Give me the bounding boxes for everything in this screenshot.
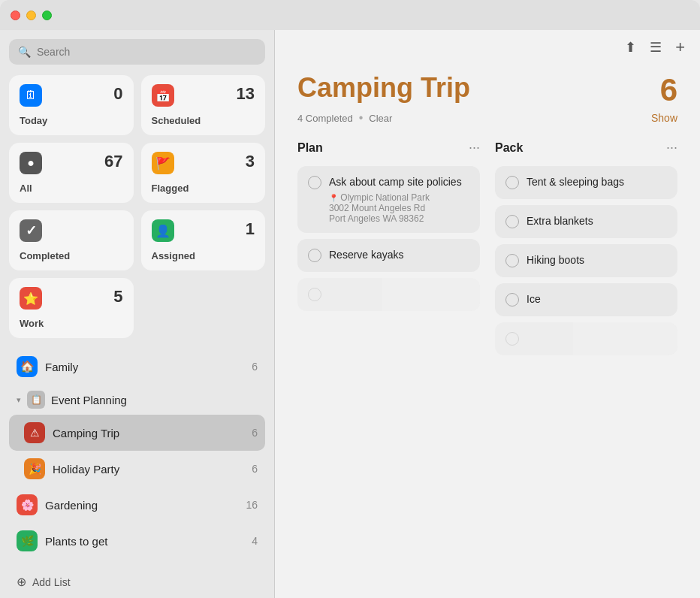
content-body: Camping Trip 6 4 Completed • Clear Show …: [275, 65, 700, 598]
main-content: ⬆ ☰ + Camping Trip 6 4 Completed • Clear…: [274, 30, 700, 598]
plan-column-title: Plan: [297, 141, 323, 155]
plants-to-get-name: Plants to get: [45, 535, 244, 548]
app-container: 🔍 🗓 0 Today 📅 13 Scheduled: [0, 30, 700, 598]
pack-more-icon[interactable]: ···: [666, 140, 677, 156]
scheduled-icon: 📅: [152, 84, 174, 107]
camping-trip-count: 6: [252, 427, 258, 439]
close-button[interactable]: [11, 11, 20, 20]
task-card-ask-campsite[interactable]: Ask about camp site policies 📍 Olympic N…: [297, 166, 480, 233]
sidebar-item-family[interactable]: 🏠 Family 6: [9, 349, 265, 385]
smart-card-work[interactable]: ⭐ 5 Work: [9, 278, 134, 338]
task-radio-6[interactable]: [505, 254, 519, 267]
sidebar: 🔍 🗓 0 Today 📅 13 Scheduled: [0, 30, 274, 598]
content-toolbar: ⬆ ☰ +: [275, 30, 700, 65]
task-radio-1[interactable]: [308, 176, 321, 189]
plants-icon: 🌿: [17, 530, 38, 551]
smart-card-scheduled[interactable]: 📅 13 Scheduled: [141, 75, 266, 135]
completed-icon: ✓: [20, 219, 42, 242]
flagged-label: Flagged: [152, 183, 255, 194]
smart-card-today[interactable]: 🗓 0 Today: [9, 75, 134, 135]
assigned-count: 1: [246, 219, 255, 239]
completed-label: Completed: [20, 250, 123, 261]
completed-row: 4 Completed • Clear Show: [297, 111, 677, 125]
columns-row: Plan ··· Ask about camp site policies 📍 …: [297, 140, 677, 355]
sidebar-item-plants-to-get[interactable]: 🌿 Plants to get 4: [9, 523, 265, 559]
flagged-count: 3: [246, 152, 255, 171]
location-icon: 📍: [329, 194, 338, 202]
family-icon: 🏠: [17, 356, 38, 377]
my-lists: 🏠 Family 6 ▾ 📋 Event Planning ⚠ Camping …: [9, 349, 265, 566]
today-icon: 🗓: [20, 84, 42, 107]
today-count: 0: [113, 84, 122, 104]
add-list-label: Add List: [32, 576, 71, 588]
pack-column-title: Pack: [495, 141, 523, 155]
smart-card-all[interactable]: ● 67 All: [9, 143, 134, 203]
plan-column: Plan ··· Ask about camp site policies 📍 …: [297, 140, 480, 355]
work-count: 5: [113, 287, 122, 307]
search-bar[interactable]: 🔍: [9, 39, 265, 65]
smart-lists-grid: 🗓 0 Today 📅 13 Scheduled ● 67 All: [9, 75, 265, 338]
holiday-party-count: 6: [252, 463, 258, 475]
all-count: 67: [104, 152, 122, 171]
scheduled-label: Scheduled: [152, 115, 255, 126]
holiday-party-icon: 🎉: [24, 458, 45, 479]
event-planning-name: Event Planning: [51, 394, 127, 406]
list-total-count: 6: [660, 72, 677, 108]
task-card-extra-blankets[interactable]: Extra blankets: [495, 205, 677, 238]
event-planning-icon: 📋: [27, 391, 45, 409]
camping-trip-name: Camping Trip: [53, 427, 244, 439]
holiday-party-name: Holiday Party: [53, 463, 244, 476]
add-list-button[interactable]: ⊕ Add List: [9, 566, 265, 598]
gardening-name: Gardening: [45, 499, 238, 512]
work-label: Work: [20, 318, 123, 329]
gardening-count: 16: [246, 499, 258, 511]
task-card-tent[interactable]: Tent & sleeping bags: [495, 166, 677, 199]
task-card-ice[interactable]: Ice: [495, 283, 677, 316]
task-radio-8[interactable]: [505, 332, 519, 346]
add-task-icon[interactable]: +: [675, 38, 685, 57]
share-icon[interactable]: ⬆: [625, 39, 636, 56]
task-text-2: Reserve kayaks: [329, 248, 404, 263]
task-radio-5[interactable]: [505, 215, 519, 228]
smart-card-assigned[interactable]: 👤 1 Assigned: [141, 210, 266, 270]
task-card-empty-plan[interactable]: [297, 278, 480, 311]
minimize-button[interactable]: [26, 11, 36, 20]
sidebar-item-event-planning[interactable]: ▾ 📋 Event Planning: [9, 385, 265, 415]
assigned-icon: 👤: [152, 219, 174, 242]
task-radio-4[interactable]: [505, 176, 519, 189]
task-radio-3[interactable]: [308, 288, 321, 301]
all-label: All: [20, 183, 123, 194]
dot-separator: •: [359, 111, 364, 125]
smart-card-completed[interactable]: ✓ Completed: [9, 210, 134, 270]
task-radio-7[interactable]: [505, 293, 519, 307]
search-input[interactable]: [37, 46, 256, 58]
pack-column-header: Pack ···: [495, 140, 677, 156]
task-radio-2[interactable]: [308, 249, 321, 262]
flagged-icon: 🚩: [152, 152, 174, 174]
sidebar-item-holiday-party[interactable]: 🎉 Holiday Party 6: [9, 451, 265, 487]
list-view-icon[interactable]: ☰: [650, 39, 662, 56]
task-card-empty-pack[interactable]: [495, 322, 677, 355]
show-link[interactable]: Show: [651, 112, 677, 124]
plan-more-icon[interactable]: ···: [469, 140, 480, 156]
camping-trip-icon: ⚠: [24, 422, 45, 443]
assigned-label: Assigned: [152, 250, 255, 261]
search-icon: 🔍: [18, 46, 31, 58]
work-icon: ⭐: [20, 287, 42, 310]
task-text-4: Tent & sleeping bags: [527, 175, 624, 190]
list-title-row: Camping Trip 6: [297, 72, 677, 108]
task-text-1: Ask about camp site policies: [329, 175, 462, 190]
add-icon: ⊕: [17, 575, 26, 589]
scheduled-count: 13: [237, 84, 255, 104]
family-list-name: Family: [45, 361, 244, 373]
sidebar-item-gardening[interactable]: 🌸 Gardening 16: [9, 487, 265, 523]
smart-card-flagged[interactable]: 🚩 3 Flagged: [141, 143, 266, 203]
clear-link[interactable]: Clear: [369, 113, 392, 124]
sidebar-item-camping-trip[interactable]: ⚠ Camping Trip 6: [9, 415, 265, 451]
plants-to-get-count: 4: [252, 535, 258, 547]
title-bar: [0, 0, 700, 30]
chevron-down-icon: ▾: [17, 395, 21, 405]
task-card-reserve-kayaks[interactable]: Reserve kayaks: [297, 239, 480, 272]
maximize-button[interactable]: [42, 11, 52, 20]
task-card-hiking-boots[interactable]: Hiking boots: [495, 244, 677, 277]
